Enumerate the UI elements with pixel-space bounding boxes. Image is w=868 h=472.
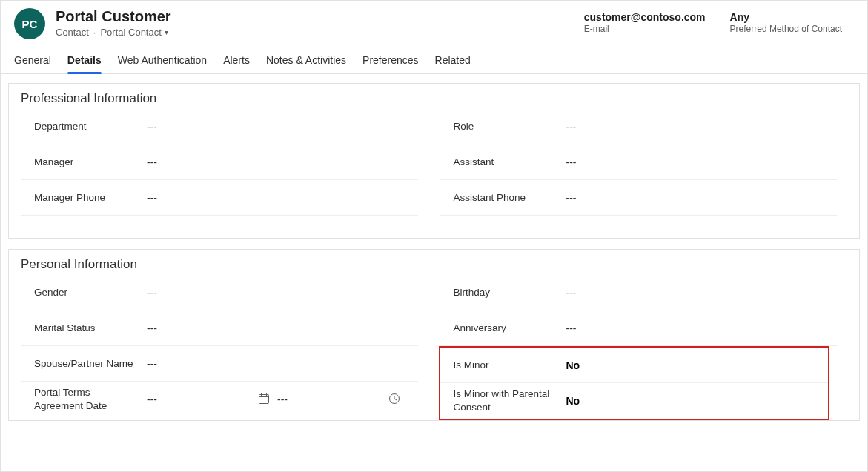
- field-spouse-partner-name[interactable]: Spouse/Partner Name ---: [21, 346, 418, 382]
- field-anniversary[interactable]: Anniversary ---: [440, 310, 838, 346]
- field-value: ---: [147, 358, 418, 370]
- header-fields: customer@contoso.com E-mail Any Preferre…: [572, 8, 854, 34]
- tab-related[interactable]: Related: [435, 50, 471, 73]
- header-field-contact-method[interactable]: Any Preferred Method of Contact: [718, 8, 854, 34]
- field-value: ---: [566, 322, 838, 334]
- field-value: No: [566, 359, 829, 371]
- field-portal-terms-agreement-date[interactable]: Portal Terms Agreement Date --- ---: [21, 382, 418, 417]
- tab-notes-activities[interactable]: Notes & Activities: [266, 50, 346, 73]
- field-value: ---: [566, 156, 838, 168]
- field-value-date: ---: [147, 393, 251, 405]
- field-value: ---: [147, 287, 418, 299]
- page-title: Portal Customer: [56, 8, 171, 25]
- record-page: PC Portal Customer Contact · Portal Cont…: [0, 0, 868, 472]
- column-right: Role --- Assistant --- Assistant Phone -…: [440, 109, 860, 216]
- field-birthday[interactable]: Birthday ---: [440, 275, 838, 310]
- record-header: PC Portal Customer Contact · Portal Cont…: [1, 1, 867, 39]
- field-marital-status[interactable]: Marital Status ---: [21, 310, 418, 346]
- field-value: ---: [147, 192, 418, 204]
- header-field-value: Any: [730, 11, 842, 23]
- field-is-minor-parental-consent[interactable]: Is Minor with Parental Consent No: [440, 383, 829, 419]
- field-value: ---: [566, 192, 838, 204]
- field-value: No: [566, 395, 829, 407]
- field-manager[interactable]: Manager ---: [21, 144, 418, 180]
- tab-preferences[interactable]: Preferences: [362, 50, 418, 73]
- field-label: Gender: [21, 286, 147, 299]
- field-value: ---: [566, 121, 838, 133]
- section-personal-information: Personal Information Gender --- Marital …: [8, 249, 860, 421]
- field-value: ---: [566, 287, 838, 299]
- tab-web-authentication[interactable]: Web Authentication: [118, 50, 207, 73]
- field-assistant[interactable]: Assistant ---: [440, 144, 838, 180]
- tab-alerts[interactable]: Alerts: [223, 50, 250, 73]
- field-label: Anniversary: [440, 322, 566, 335]
- field-manager-phone[interactable]: Manager Phone ---: [21, 180, 418, 216]
- field-value: ---: [147, 322, 418, 334]
- field-is-minor[interactable]: Is Minor No: [440, 348, 829, 383]
- field-label: Birthday: [440, 286, 566, 299]
- field-label: Marital Status: [21, 322, 147, 335]
- field-label: Portal Terms Agreement Date: [21, 386, 147, 412]
- avatar-initials: PC: [22, 18, 38, 30]
- form-content: Professional Information Department --- …: [1, 74, 867, 421]
- form-name: Portal Contact: [100, 27, 161, 38]
- field-label: Is Minor: [440, 359, 566, 372]
- header-field-value: customer@contoso.com: [584, 11, 706, 23]
- field-value-time: ---: [277, 393, 381, 405]
- clock-icon[interactable]: [381, 393, 408, 407]
- field-label: Is Minor with Parental Consent: [440, 388, 566, 413]
- field-label: Manager Phone: [21, 191, 147, 205]
- avatar: PC: [14, 8, 45, 39]
- field-value: ---: [147, 156, 418, 168]
- field-value: ---: [147, 121, 418, 133]
- field-department[interactable]: Department ---: [21, 109, 418, 144]
- form-switcher[interactable]: Contact · Portal Contact ▾: [56, 27, 171, 38]
- column-right: Birthday --- Anniversary --- Is Minor No: [440, 275, 860, 420]
- field-label: Assistant Phone: [440, 191, 566, 205]
- tab-list: General Details Web Authentication Alert…: [1, 39, 867, 74]
- chevron-down-icon: ▾: [165, 28, 168, 36]
- section-professional-information: Professional Information Department --- …: [8, 83, 860, 239]
- separator-dot: ·: [93, 27, 96, 38]
- field-label: Spouse/Partner Name: [21, 357, 147, 370]
- section-title: Professional Information: [21, 91, 859, 106]
- entity-name: Contact: [56, 27, 89, 38]
- svg-rect-0: [259, 394, 269, 403]
- highlight-minor-fields: Is Minor No Is Minor with Parental Conse…: [439, 346, 830, 420]
- column-left: Department --- Manager --- Manager Phone…: [21, 109, 440, 216]
- title-block: Portal Customer Contact · Portal Contact…: [56, 8, 171, 38]
- field-label: Role: [440, 120, 566, 133]
- header-field-label: E-mail: [584, 24, 706, 34]
- header-field-label: Preferred Method of Contact: [730, 24, 842, 34]
- column-left: Gender --- Marital Status --- Spouse/Par…: [21, 275, 440, 420]
- field-gender[interactable]: Gender ---: [21, 275, 418, 310]
- header-field-email[interactable]: customer@contoso.com E-mail: [572, 8, 718, 34]
- field-role[interactable]: Role ---: [440, 109, 838, 144]
- field-label: Department: [21, 120, 147, 133]
- field-label: Manager: [21, 156, 147, 169]
- calendar-icon[interactable]: [251, 393, 277, 407]
- field-label: Assistant: [440, 156, 566, 169]
- field-assistant-phone[interactable]: Assistant Phone ---: [440, 180, 838, 216]
- tab-details[interactable]: Details: [67, 50, 102, 73]
- section-title: Personal Information: [21, 257, 859, 272]
- tab-general[interactable]: General: [14, 50, 51, 73]
